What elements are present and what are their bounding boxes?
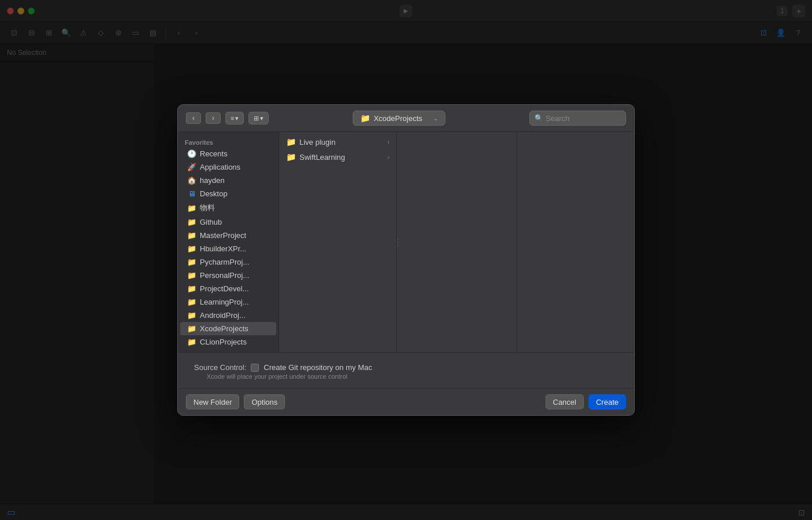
sidebar-xcodeprojects-label: XcodeProjects bbox=[200, 324, 248, 333]
location-folder-icon: 📁 bbox=[360, 113, 370, 123]
list-view-button[interactable]: ≡ ▾ bbox=[225, 112, 244, 124]
column-resize-handle[interactable] bbox=[397, 132, 399, 352]
sidebar-item-xcodeprojects[interactable]: 📁 XcodeProjects bbox=[180, 322, 276, 335]
home-icon: 🏠 bbox=[187, 176, 196, 185]
pycharm-folder-icon: 📁 bbox=[187, 258, 196, 266]
xcodeprojects-folder-icon: 📁 bbox=[187, 324, 196, 333]
sidebar-item-pycharm[interactable]: 📁 PycharmProj... bbox=[180, 255, 276, 269]
sidebar-item-clion[interactable]: 📁 CLionProjects bbox=[180, 335, 276, 349]
favorites-label: Favorites bbox=[178, 137, 279, 147]
sidebar-home-label: hayden bbox=[200, 176, 225, 185]
location-chevron-icon: ⌄ bbox=[433, 115, 438, 122]
options-button[interactable]: Options bbox=[244, 394, 285, 409]
sidebar-item-recents[interactable]: 🕐 Recents bbox=[180, 147, 276, 160]
dialog-toolbar: ‹ › ≡ ▾ ⊞ ▾ 📁 XcodeProjects ⌄ bbox=[178, 105, 634, 132]
sidebar-learning-label: LearningProj... bbox=[200, 298, 249, 306]
learning-folder-icon: 📁 bbox=[187, 298, 196, 306]
live-plugin-chevron-icon: › bbox=[387, 139, 389, 145]
dialog-sidebar: Favorites 🕐 Recents 🚀 Applications 🏠 hay… bbox=[178, 132, 279, 352]
projectdevel-folder-icon: 📁 bbox=[187, 284, 196, 293]
sidebar-item-android[interactable]: 📁 AndroidProj... bbox=[180, 309, 276, 322]
sidebar-projectdevel-label: ProjectDevel... bbox=[200, 284, 249, 293]
sidebar-wuliao-label: 物料 bbox=[200, 203, 215, 213]
search-input[interactable] bbox=[546, 114, 621, 123]
sidebar-item-applications[interactable]: 🚀 Applications bbox=[180, 160, 276, 174]
sidebar-item-hbuilder[interactable]: 📁 HbuilderXPr... bbox=[180, 242, 276, 255]
list-view-icon: ≡ bbox=[231, 115, 234, 122]
grid-view-icon: ⊞ bbox=[254, 115, 259, 122]
location-selector: 📁 XcodeProjects ⌄ bbox=[273, 111, 525, 126]
sidebar-recents-label: Recents bbox=[200, 149, 228, 158]
file-column-3 bbox=[517, 132, 634, 352]
sidebar-github-label: Github bbox=[200, 218, 222, 226]
sidebar-webstorm-label: WebstormPr... bbox=[200, 351, 247, 352]
create-button[interactable]: Create bbox=[588, 394, 626, 409]
source-control-description: Create Git repository on my Mac bbox=[264, 363, 372, 372]
live-plugin-folder-icon: 📁 bbox=[286, 137, 296, 147]
sidebar-item-personal[interactable]: 📁 PersonalProj... bbox=[180, 269, 276, 282]
github-folder-icon: 📁 bbox=[187, 218, 196, 226]
sidebar-applications-label: Applications bbox=[200, 163, 240, 171]
masterproject-folder-icon: 📁 bbox=[187, 231, 196, 240]
save-dialog: ‹ › ≡ ▾ ⊞ ▾ 📁 XcodeProjects ⌄ bbox=[177, 104, 635, 416]
source-control-hint: Xcode will place your project under sour… bbox=[207, 373, 372, 380]
cancel-button[interactable]: Cancel bbox=[546, 394, 584, 409]
location-button[interactable]: 📁 XcodeProjects ⌄ bbox=[353, 111, 445, 126]
desktop-folder-icon: 🖥 bbox=[187, 189, 196, 198]
grid-view-button[interactable]: ⊞ ▾ bbox=[248, 112, 269, 124]
sidebar-masterproject-label: MasterProject bbox=[200, 231, 246, 240]
dialog-body: Favorites 🕐 Recents 🚀 Applications 🏠 hay… bbox=[178, 132, 634, 352]
android-folder-icon: 📁 bbox=[187, 311, 196, 320]
sidebar-hbuilder-label: HbuilderXPr... bbox=[200, 244, 246, 253]
sidebar-personal-label: PersonalProj... bbox=[200, 271, 249, 280]
sidebar-item-github[interactable]: 📁 Github bbox=[180, 215, 276, 229]
file-column-1: 📁 Live plugin › 📁 SwiftLearning › bbox=[279, 132, 397, 352]
hbuilder-folder-icon: 📁 bbox=[187, 244, 196, 253]
location-name: XcodeProjects bbox=[374, 114, 422, 123]
sidebar-clion-label: CLionProjects bbox=[200, 338, 247, 346]
grid-view-chevron: ▾ bbox=[260, 115, 264, 122]
swift-learning-folder-icon: 📁 bbox=[286, 152, 296, 162]
sidebar-item-webstorm[interactable]: 📁 WebstormPr... bbox=[180, 349, 276, 352]
dialog-forward-button[interactable]: › bbox=[206, 112, 221, 124]
sidebar-item-masterproject[interactable]: 📁 MasterProject bbox=[180, 229, 276, 242]
sidebar-pycharm-label: PycharmProj... bbox=[200, 258, 249, 266]
sidebar-item-wuliao[interactable]: 📁 物料 bbox=[180, 200, 276, 215]
forward-chevron-icon: › bbox=[212, 114, 214, 122]
sidebar-desktop-label: Desktop bbox=[200, 189, 228, 198]
search-box: 🔍 bbox=[529, 111, 626, 126]
sidebar-item-home[interactable]: 🏠 hayden bbox=[180, 174, 276, 187]
dialog-footer: New Folder Options Cancel Create bbox=[178, 388, 634, 415]
wuliao-folder-icon: 📁 bbox=[187, 204, 196, 213]
swift-learning-name: SwiftLearning bbox=[299, 153, 384, 162]
file-item-swift-learning[interactable]: 📁 SwiftLearning › bbox=[279, 149, 396, 164]
dialog-overlay: ‹ › ≡ ▾ ⊞ ▾ 📁 XcodeProjects ⌄ bbox=[0, 0, 812, 520]
source-control-checkbox[interactable] bbox=[251, 364, 259, 372]
list-view-chevron: ▾ bbox=[235, 115, 239, 122]
search-icon: 🔍 bbox=[535, 114, 543, 122]
new-folder-button[interactable]: New Folder bbox=[186, 394, 239, 409]
file-column-2 bbox=[399, 132, 517, 352]
source-control-label: Source Control: bbox=[194, 363, 246, 372]
webstorm-folder-icon: 📁 bbox=[187, 351, 196, 352]
sidebar-item-learning[interactable]: 📁 LearningProj... bbox=[180, 295, 276, 309]
swift-learning-chevron-icon: › bbox=[387, 154, 389, 160]
live-plugin-name: Live plugin bbox=[299, 138, 384, 147]
sidebar-item-desktop[interactable]: 🖥 Desktop bbox=[180, 187, 276, 200]
source-control-block: Source Control: Create Git repository on… bbox=[186, 357, 380, 383]
dialog-back-button[interactable]: ‹ bbox=[186, 112, 201, 124]
sidebar-android-label: AndroidProj... bbox=[200, 311, 246, 320]
source-control-bar: Source Control: Create Git repository on… bbox=[178, 352, 634, 388]
file-list-area: 📁 Live plugin › 📁 SwiftLearning › bbox=[279, 132, 634, 352]
back-chevron-icon: ‹ bbox=[192, 114, 195, 122]
clion-folder-icon: 📁 bbox=[187, 338, 196, 346]
sidebar-item-projectdevel[interactable]: 📁 ProjectDevel... bbox=[180, 282, 276, 295]
personal-folder-icon: 📁 bbox=[187, 271, 196, 280]
recents-icon: 🕐 bbox=[187, 149, 196, 158]
file-item-live-plugin[interactable]: 📁 Live plugin › bbox=[279, 134, 396, 149]
applications-icon: 🚀 bbox=[187, 163, 196, 171]
